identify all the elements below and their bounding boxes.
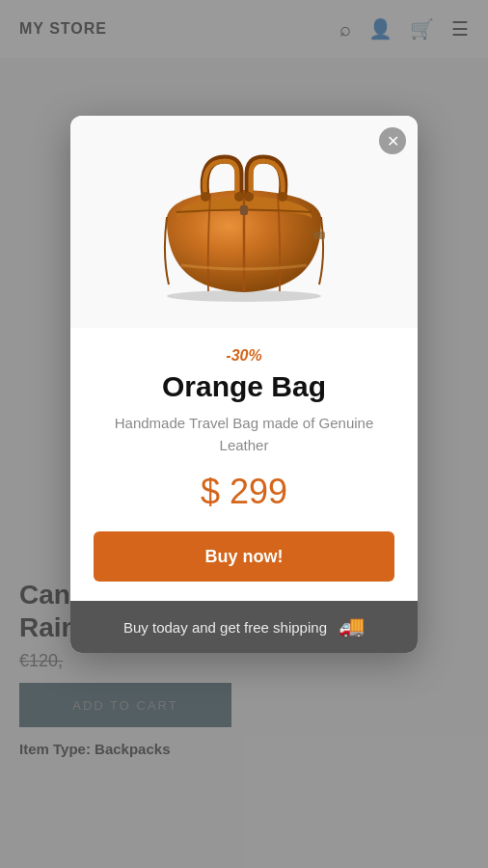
truck-icon: 🚚 — [339, 614, 365, 639]
svg-point-3 — [234, 192, 244, 202]
product-title: Orange Bag — [94, 370, 394, 403]
product-description: Handmade Travel Bag made of Genuine Leat… — [94, 413, 394, 456]
svg-point-5 — [244, 192, 254, 202]
modal-body: -30% Orange Bag Handmade Travel Bag made… — [70, 328, 418, 601]
product-modal: ✕ — [70, 116, 418, 653]
modal-close-button[interactable]: ✕ — [379, 127, 406, 154]
modal-overlay: ✕ — [0, 0, 488, 868]
shipping-text: Buy today and get free shipping — [123, 619, 327, 636]
svg-rect-7 — [313, 231, 325, 239]
svg-point-4 — [278, 192, 287, 202]
product-image — [148, 135, 340, 309]
svg-rect-6 — [240, 205, 248, 215]
buy-now-button[interactable]: Buy now! — [94, 531, 394, 582]
discount-badge: -30% — [94, 347, 394, 365]
modal-footer: Buy today and get free shipping 🚚 — [70, 601, 418, 653]
product-image-container — [70, 116, 418, 328]
product-price: $ 299 — [94, 472, 394, 512]
svg-point-2 — [201, 192, 210, 202]
